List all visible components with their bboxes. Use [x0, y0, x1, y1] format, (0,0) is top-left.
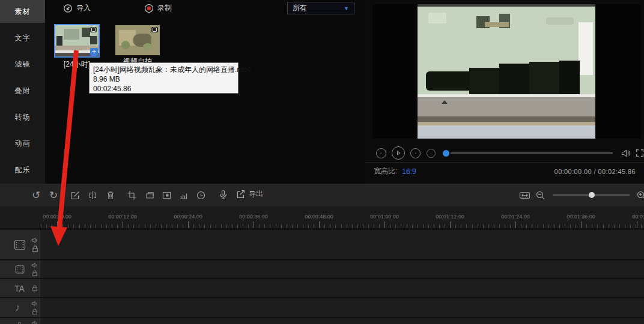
ruler-label: 00:00:12.00 [108, 214, 137, 220]
add-to-timeline-button[interactable]: + [90, 48, 98, 56]
preview-stage [372, 4, 641, 139]
zoom-in-icon [636, 190, 644, 200]
import-icon [63, 4, 73, 13]
aspect-ratio-label: 宽高比: [374, 166, 397, 176]
ruler-label: 00:00:36.00 [239, 214, 268, 220]
pip-icon [145, 190, 155, 200]
crop-icon [127, 190, 137, 200]
tooltip-filename: [24小时]网络视频乱象：未成年人的网络直播.mp4 [93, 65, 234, 74]
ruler-major-tick [57, 221, 58, 228]
white-glitch-box [579, 22, 593, 75]
text-track-icon: TA [14, 284, 25, 293]
timeline-zoom-handle[interactable] [589, 192, 595, 198]
redo-button[interactable]: ↻ [47, 189, 59, 201]
timeline-ruler[interactable]: 00:00:00.00 00:00:12.00 00:00:24.00 00:0… [0, 206, 644, 228]
mute-track-icon[interactable] [31, 237, 39, 244]
ruler-label: 00:00:00.00 [43, 214, 71, 220]
zoom-in-button[interactable] [635, 189, 644, 201]
media-item-tooltip: [24小时]网络视频乱象：未成年人的网络直播.mp4 8.96 MB 00:02… [89, 62, 238, 94]
lock-track-icon[interactable] [32, 285, 38, 292]
video-type-badge-icon [151, 27, 158, 32]
lock-track-icon[interactable] [32, 308, 38, 315]
media-filter-dropdown[interactable]: 所有 ▼ [287, 2, 354, 14]
ruler-label: 00:01:00.00 [370, 214, 399, 220]
thumb2-green-blob [121, 41, 130, 49]
edit-icon [70, 190, 80, 200]
seek-bar[interactable] [451, 152, 613, 154]
media-item-1[interactable]: + [54, 24, 100, 58]
voiceover-button[interactable] [217, 189, 229, 201]
video-track-icon [13, 238, 26, 251]
lock-track-icon[interactable] [32, 245, 38, 253]
export-button[interactable]: 导出 [235, 189, 263, 199]
delete-button[interactable] [105, 189, 117, 201]
volume-icon[interactable] [621, 149, 631, 158]
thumb2-green-blob2 [143, 43, 153, 50]
split-button[interactable] [87, 189, 99, 201]
track-video-1-header [0, 230, 40, 259]
levels-button[interactable] [177, 189, 189, 201]
timecode-display: 00:00:00.00 / 00:02:45.86 [554, 168, 636, 175]
undo-button[interactable]: ↺ [30, 189, 42, 201]
mute-track-icon[interactable] [31, 301, 38, 307]
track-voice[interactable] [0, 318, 644, 324]
track-text-header: TA [0, 279, 40, 297]
aspect-ratio-value[interactable]: 16:9 [402, 167, 416, 176]
zoom-out-button[interactable] [534, 189, 546, 201]
thumb1-figure [82, 28, 90, 37]
timeline-toolbar: ↺ ↻ 导出 [0, 184, 644, 206]
voice-track-icon [16, 322, 23, 324]
sidebar-item-music[interactable]: 配乐 [0, 158, 45, 181]
import-button[interactable]: 导入 [63, 3, 91, 13]
fullscreen-icon[interactable] [636, 149, 644, 157]
redo-icon: ↻ [49, 190, 58, 200]
fit-timeline-button[interactable] [518, 189, 530, 201]
ruler-major-tick [581, 221, 582, 228]
track-text[interactable]: TA [0, 279, 644, 297]
next-frame-button[interactable] [410, 148, 421, 158]
sidebar-item-media[interactable]: 素材 [0, 0, 45, 23]
mosaic-button[interactable] [160, 189, 172, 201]
ruler-label: 00:00:48.00 [305, 214, 333, 220]
track-video-2[interactable] [0, 260, 644, 278]
transport-controls [365, 144, 644, 162]
timeline-zoom-slider[interactable] [553, 194, 630, 196]
mute-track-icon[interactable] [31, 320, 38, 324]
play-button[interactable] [392, 146, 405, 160]
thumb1-blur-block [64, 29, 79, 40]
pip-button[interactable] [144, 189, 156, 201]
preview-video[interactable] [418, 4, 595, 139]
sidebar-item-animation[interactable]: 动画 [0, 132, 45, 155]
previous-frame-button[interactable] [376, 148, 386, 158]
ruler-major-tick [188, 221, 189, 228]
sidebar: 素材 文字 滤镜 叠附 转场 动画 配乐 [0, 0, 45, 184]
sidebar-item-transition[interactable]: 转场 [0, 106, 45, 128]
track-video-1[interactable] [0, 230, 644, 259]
mute-track-icon[interactable] [31, 262, 38, 268]
music-track-icon: ♪ [15, 302, 20, 314]
media-item-2-label: 视频自拍 [115, 56, 160, 62]
desk-blur [485, 22, 509, 27]
grey-band [418, 97, 595, 116]
edit-button[interactable] [69, 189, 81, 201]
sidebar-item-text[interactable]: 文字 [0, 26, 45, 49]
glitch-bar-1 [426, 71, 469, 91]
preview-infobar: 宽高比: 16:9 00:00:00.00 / 00:02:45.86 [365, 162, 644, 180]
sidebar-item-filter[interactable]: 滤镜 [0, 53, 45, 76]
track-music[interactable]: ♪ [0, 298, 644, 317]
track-voice-header [0, 318, 40, 324]
media-item-2[interactable] [115, 25, 160, 55]
levels-icon [178, 190, 189, 200]
ruler-major-tick [123, 221, 123, 228]
video-track-icon [14, 264, 25, 275]
crop-button[interactable] [126, 189, 138, 201]
record-button[interactable]: 录制 [144, 3, 172, 13]
thumb1-figure3 [90, 36, 97, 44]
fit-timeline-icon [519, 191, 530, 200]
duration-button[interactable] [195, 189, 207, 201]
sidebar-item-overlay[interactable]: 叠附 [0, 79, 45, 102]
stop-button[interactable] [427, 149, 436, 158]
lock-track-icon[interactable] [32, 270, 38, 277]
track-video-2-header [0, 260, 40, 278]
seek-handle[interactable] [443, 150, 449, 157]
